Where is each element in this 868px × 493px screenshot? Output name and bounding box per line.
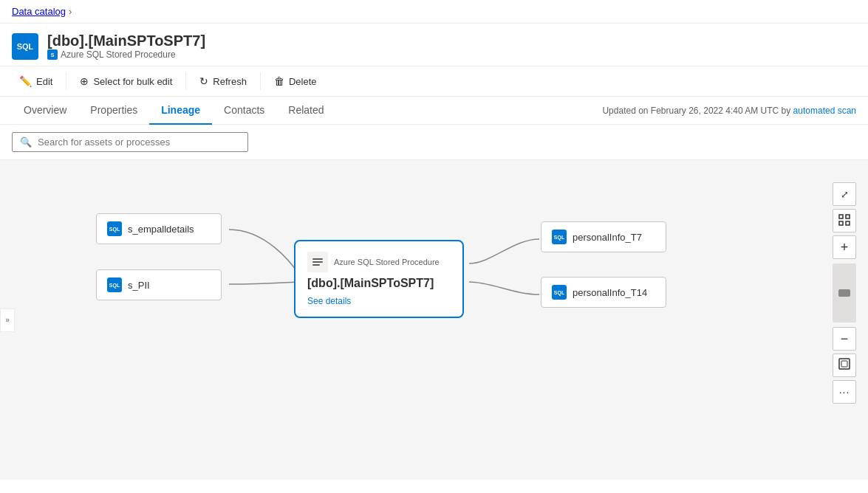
see-details-link[interactable]: See details — [307, 296, 451, 306]
node-label-4: personalInfo_T14 — [573, 287, 647, 298]
svg-text:S: S — [51, 52, 55, 58]
lineage-canvas: » SQL s_empalldetails SQL s_PII — [0, 160, 868, 480]
svg-rect-5 — [312, 264, 320, 266]
node-label-2: s_PII — [128, 280, 150, 291]
fit-page-button[interactable] — [833, 354, 856, 377]
zoom-slider[interactable] — [833, 263, 856, 323]
subtitle-sql-icon: S — [47, 49, 58, 60]
fit-view-button[interactable] — [833, 209, 856, 232]
delete-label: Delete — [289, 76, 317, 87]
more-options-icon: ··· — [839, 386, 850, 398]
delete-icon: 🗑 — [274, 75, 284, 87]
svg-rect-7 — [846, 215, 850, 218]
toolbar: ✏️ Edit ⊕ Select for bulk edit ↻ Refresh… — [0, 66, 868, 97]
search-input-wrap: 🔍 — [12, 132, 248, 152]
breadcrumb: Data catalog › — [0, 0, 868, 24]
more-options-button[interactable]: ··· — [833, 380, 856, 404]
header-text: [dbo].[MainSPToSPT7] S Azure SQL Stored … — [47, 32, 205, 60]
edit-button[interactable]: ✏️ Edit — [12, 71, 60, 92]
bulk-edit-label: Select for bulk edit — [93, 76, 172, 87]
fit-page-icon — [838, 358, 850, 373]
toolbar-divider-1 — [66, 72, 66, 90]
node-label-1: s_empalldetails — [128, 224, 194, 235]
subtitle-text: Azure SQL Stored Procedure — [61, 49, 176, 60]
node-sql-icon-2: SQL — [107, 277, 122, 292]
lineage-connections — [0, 160, 868, 480]
svg-rect-11 — [841, 361, 847, 367]
svg-rect-8 — [839, 221, 843, 225]
zoom-thumb[interactable] — [838, 289, 850, 297]
center-node[interactable]: Azure SQL Stored Procedure [dbo].[MainSP… — [294, 240, 464, 318]
center-node-subtitle: Azure SQL Stored Procedure — [334, 258, 440, 266]
tab-properties[interactable]: Properties — [78, 97, 149, 125]
refresh-button[interactable]: ↻ Refresh — [192, 71, 254, 92]
page-header: SQL [dbo].[MainSPToSPT7] S Azure SQL Sto… — [0, 24, 868, 66]
svg-rect-6 — [839, 215, 843, 218]
zoom-controls: ⤢ + − — [833, 182, 856, 404]
zoom-out-button[interactable]: − — [833, 327, 856, 351]
svg-rect-4 — [312, 261, 323, 263]
node-personalinfo-t7[interactable]: SQL personalInfo_T7 — [541, 221, 666, 252]
node-label-3: personalInfo_T7 — [573, 232, 642, 243]
tab-lineage[interactable]: Lineage — [149, 97, 212, 125]
fit-view-icon — [838, 214, 850, 228]
updated-text: Updated on February 26, 2022 4:40 AM UTC… — [602, 106, 790, 116]
page-subtitle: S Azure SQL Stored Procedure — [47, 49, 205, 60]
svg-rect-3 — [312, 258, 323, 260]
search-input[interactable] — [38, 137, 240, 148]
tab-related[interactable]: Related — [276, 97, 335, 125]
toolbar-divider-3 — [260, 72, 261, 90]
edit-label: Edit — [36, 76, 52, 87]
zoom-in-button[interactable]: + — [833, 235, 856, 259]
expand-button[interactable]: ⤢ — [833, 182, 856, 206]
node-sql-icon-4: SQL — [552, 285, 567, 300]
breadcrumb-link[interactable]: Data catalog — [12, 6, 66, 17]
breadcrumb-chevron: › — [69, 6, 72, 17]
updated-by-link[interactable]: automated scan — [793, 106, 856, 116]
refresh-label: Refresh — [213, 76, 247, 87]
center-node-icon — [307, 252, 328, 272]
tabs-list: Overview Properties Lineage Contacts Rel… — [12, 97, 336, 124]
center-node-header: Azure SQL Stored Procedure — [307, 252, 451, 272]
center-node-title: [dbo].[MainSPToSPT7] — [307, 277, 451, 290]
tab-overview[interactable]: Overview — [12, 97, 78, 125]
node-sql-icon-1: SQL — [107, 221, 122, 236]
updated-info: Updated on February 26, 2022 4:40 AM UTC… — [602, 106, 856, 116]
node-s-empalldetails[interactable]: SQL s_empalldetails — [96, 213, 222, 244]
node-sql-icon-3: SQL — [552, 230, 567, 244]
search-bar: 🔍 — [0, 125, 868, 160]
svg-rect-9 — [846, 221, 850, 225]
delete-button[interactable]: 🗑 Delete — [267, 71, 324, 92]
zoom-in-icon: + — [841, 240, 849, 255]
refresh-icon: ↻ — [199, 75, 208, 87]
tab-contacts[interactable]: Contacts — [212, 97, 276, 125]
sidebar-toggle[interactable]: » — [0, 308, 15, 332]
expand-icon: ⤢ — [841, 189, 849, 200]
bulk-edit-icon: ⊕ — [80, 75, 89, 87]
svg-rect-10 — [839, 359, 850, 369]
bulk-edit-button[interactable]: ⊕ Select for bulk edit — [72, 71, 180, 92]
toolbar-divider-2 — [185, 72, 186, 90]
node-personalinfo-t14[interactable]: SQL personalInfo_T14 — [541, 277, 666, 308]
node-s-pii[interactable]: SQL s_PII — [96, 269, 222, 300]
sql-icon: SQL — [12, 33, 38, 60]
search-icon: 🔍 — [20, 137, 32, 148]
zoom-out-icon: − — [841, 331, 849, 347]
tabs-bar: Overview Properties Lineage Contacts Rel… — [0, 97, 868, 125]
page-title: [dbo].[MainSPToSPT7] — [47, 32, 205, 49]
edit-icon: ✏️ — [19, 75, 32, 87]
